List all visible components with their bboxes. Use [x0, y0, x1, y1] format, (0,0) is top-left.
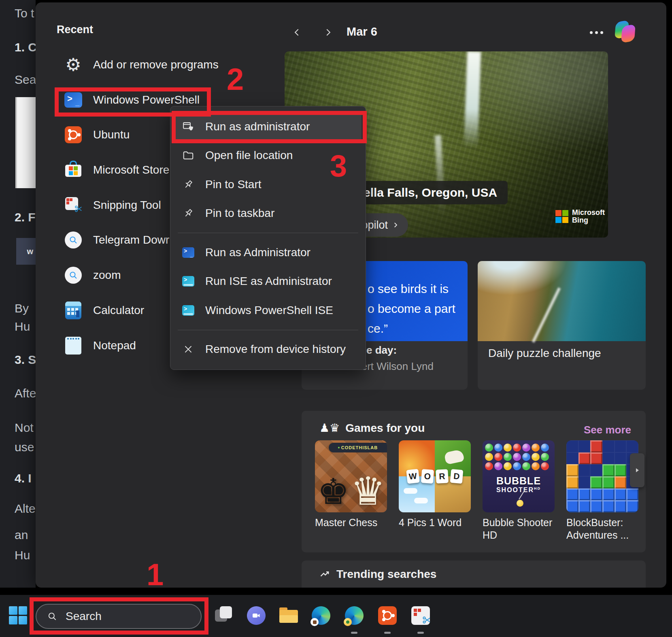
background-text-fragment: 2. F: [15, 210, 36, 224]
context-menu-item-windows-powershell-ise[interactable]: > Windows PowerShell ISE: [174, 296, 362, 325]
context-menu-item-pin-to-taskbar[interactable]: Pin to taskbar: [174, 199, 362, 228]
recent-item-label: Add or remove programs: [93, 58, 219, 71]
quote-text: o see birds it is o become a part ce.”: [368, 279, 455, 338]
game-thumb-blockbuster[interactable]: [566, 440, 638, 512]
trending-searches-section[interactable]: Trending searches: [302, 561, 646, 588]
bubble-dot: [485, 453, 493, 461]
block-cell: [602, 464, 615, 476]
puzzle-image: [478, 261, 646, 341]
block-cell: [590, 464, 602, 476]
block-cell: [602, 488, 615, 501]
bubble-dot: [522, 462, 530, 470]
context-menu-item-run-as-administrator-2[interactable]: >_ Run as Administrator: [174, 238, 362, 267]
notepad-icon: [64, 336, 83, 355]
word-letter-tiles: W O R D: [399, 469, 471, 483]
nav-forward-button[interactable]: [320, 24, 336, 40]
context-menu-item-remove-from-device-history[interactable]: Remove from device history: [174, 335, 362, 364]
gear-icon: ⚙: [64, 55, 83, 74]
background-code-box: w: [16, 238, 36, 265]
recent-item-add-remove-programs[interactable]: ⚙ Add or remove programs: [64, 55, 219, 74]
game-title: Master Chess: [315, 516, 387, 529]
copilot-logo-icon[interactable]: [615, 21, 636, 43]
chevron-right-icon: [392, 221, 399, 229]
menu-item-label: Pin to Start: [205, 178, 262, 191]
block-grid: [566, 440, 638, 512]
bubble-art-title: BUBBLE: [483, 475, 555, 487]
block-cell: [566, 488, 578, 501]
start-button[interactable]: [9, 606, 28, 625]
game-bubble-shooter[interactable]: BUBBLE SHOOTERHD Bubble Shooter HD: [483, 440, 555, 541]
recent-item-snipping-tool[interactable]: Snipping Tool: [64, 195, 161, 215]
recent-item-zoom[interactable]: zoom: [64, 265, 121, 285]
block-cell: [615, 488, 627, 501]
snipping-tool-taskbar-button[interactable]: [411, 606, 430, 625]
game-thumb-master-chess[interactable]: CODETHISLAB ♚ ♛: [315, 440, 387, 512]
file-explorer-button[interactable]: [279, 606, 298, 625]
menu-item-label: Run as Administrator: [205, 246, 310, 259]
menu-item-label: Open file location: [205, 149, 293, 162]
game-4-pics-1-word[interactable]: W O R D 4 Pics 1 Word: [399, 440, 471, 541]
game-master-chess[interactable]: CODETHISLAB ♚ ♛ Master Chess: [315, 440, 387, 541]
recent-item-microsoft-store[interactable]: Microsoft Store: [64, 160, 169, 180]
pin-icon: [182, 179, 195, 190]
carousel-next-button[interactable]: [630, 453, 644, 487]
bubble-dot: [513, 444, 521, 452]
bubble-dot: [485, 444, 493, 452]
game-thumb-4-pics-1-word[interactable]: W O R D: [399, 440, 471, 512]
context-menu-item-run-ise-as-administrator[interactable]: > Run ISE as Administrator: [174, 267, 362, 296]
block-cell: [590, 440, 602, 452]
background-text-fragment: an: [15, 528, 28, 542]
background-code-label: w: [27, 247, 33, 256]
see-more-link[interactable]: See more: [584, 424, 631, 436]
task-view-button[interactable]: [215, 606, 234, 625]
recent-item-notepad[interactable]: Notepad: [64, 336, 136, 355]
games-for-you-card: ♟♛ Games for you See more CODETHISLAB ♚ …: [302, 411, 646, 552]
recent-item-label: Microsoft Store: [93, 163, 169, 176]
bubble-dot: [532, 462, 540, 470]
bubble-art-subtitle: SHOOTERHD: [483, 486, 555, 494]
block-cell: [566, 500, 578, 512]
edge-browser-2-button[interactable]: [345, 606, 364, 625]
annotation-box-step1: [30, 597, 208, 635]
annotation-box-step3: [172, 111, 367, 143]
menu-item-label: Remove from device history: [205, 343, 346, 356]
block-cell: [566, 452, 578, 465]
block-cell: [615, 440, 627, 452]
daily-puzzle-card[interactable]: Daily puzzle challenge: [478, 261, 646, 390]
bing-logo-line1: Microsoft: [572, 208, 605, 217]
menu-item-label: Windows PowerShell ISE: [205, 304, 333, 317]
more-options-button[interactable]: [586, 23, 606, 41]
bubble-dot: [532, 453, 540, 461]
search-result-icon: [64, 231, 83, 249]
background-image-placeholder: [15, 97, 36, 188]
bubble-dot: [522, 453, 530, 461]
recent-item-label: Ubuntu: [93, 128, 130, 141]
block-cell: [615, 476, 627, 488]
recent-item-ubuntu[interactable]: Ubuntu: [64, 125, 130, 144]
edge-browser-button[interactable]: [312, 606, 330, 625]
game-blockbuster[interactable]: BlockBuster: Adventures ...: [566, 440, 638, 541]
background-text-fragment: Sea: [15, 73, 36, 87]
bubble-field: [485, 444, 553, 470]
block-cell: [626, 488, 638, 501]
bubble-dot: [494, 444, 502, 452]
microsoft-bing-logo: MicrosoftBing: [555, 209, 605, 224]
block-cell: [578, 500, 591, 512]
block-cell: [566, 464, 578, 476]
background-text-fragment: 4. I: [15, 471, 32, 485]
nav-back-button[interactable]: [289, 24, 305, 40]
block-cell: [590, 500, 602, 512]
recent-item-calculator[interactable]: Calculator: [64, 301, 144, 320]
black-king-piece: ♚: [317, 471, 349, 512]
puzzle-card-title: Daily puzzle challenge: [488, 347, 601, 360]
image-caption-chip: ella Falls, Oregon, USA: [353, 181, 508, 204]
chat-teams-button[interactable]: [247, 606, 266, 625]
background-text-fragment: use: [15, 440, 34, 454]
bubble-dot: [513, 453, 521, 461]
microsoft-logo-icon: [555, 210, 568, 223]
recent-item-telegram-downloader[interactable]: Telegram Dowr: [64, 230, 169, 250]
ubuntu-taskbar-button[interactable]: [378, 606, 397, 625]
bubble-dot: [522, 444, 530, 452]
bubble-dot: [504, 462, 512, 470]
game-thumb-bubble-shooter[interactable]: BUBBLE SHOOTERHD: [483, 440, 555, 512]
